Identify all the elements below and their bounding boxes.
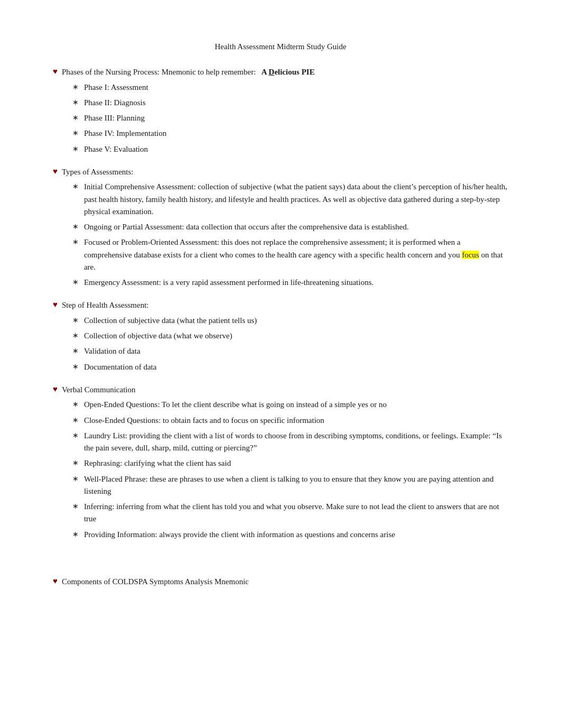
star-icon: ∗ [72, 278, 79, 287]
star-icon: ∗ [72, 331, 79, 340]
star-icon: ∗ [72, 431, 79, 440]
section-types-assessments: ♥ Types of Assessments: ∗ Initial Compre… [53, 166, 508, 292]
step-validation: Validation of data [84, 345, 508, 357]
phase-implementation: Phase IV: Implementation [84, 127, 508, 140]
rephrasing: Rephrasing: clarifying what the client h… [84, 457, 508, 469]
focus-highlight: focus [462, 251, 479, 259]
coldspa-content: Components of COLDSPA Symptoms Analysis … [62, 576, 508, 588]
phases-sub-list: ∗ Phase I: Assessment ∗ Phase II: Diagno… [72, 81, 508, 155]
section-1-label: Phases of the Nursing Process: Mnemonic … [62, 68, 315, 76]
section-4-content: Verbal Communication ∗ Open-Ended Questi… [62, 384, 508, 544]
list-item: ∗ Ongoing or Partial Assessment: data co… [72, 221, 508, 233]
providing-information: Providing Information: always provide th… [84, 529, 508, 541]
inferring: Inferring: inferring from what the clien… [84, 501, 508, 526]
list-item: ∗ Phase V: Evaluation [72, 143, 508, 155]
initial-comprehensive: Initial Comprehensive Assessment: collec… [84, 181, 508, 218]
pie-text: PIE [302, 68, 315, 76]
list-item: ∗ Rephrasing: clarifying what the client… [72, 457, 508, 469]
heart-icon-4: ♥ [53, 385, 58, 394]
list-item: ∗ Collection of subjective data (what th… [72, 315, 508, 327]
star-icon: ∗ [72, 82, 79, 91]
star-icon: ∗ [72, 316, 79, 325]
list-item: ∗ Initial Comprehensive Assessment: coll… [72, 181, 508, 218]
list-item: ∗ Phase III: Planning [72, 112, 508, 124]
main-list: ♥ Phases of the Nursing Process: Mnemoni… [53, 66, 508, 544]
star-icon: ∗ [72, 98, 79, 107]
assessments-sub-list: ∗ Initial Comprehensive Assessment: coll… [72, 181, 508, 289]
list-item: ∗ Documentation of data [72, 361, 508, 373]
open-ended: Open-Ended Questions: To let the client … [84, 399, 508, 411]
list-item: ∗ Close-Ended Questions: to obtain facts… [72, 414, 508, 427]
star-icon: ∗ [72, 400, 79, 409]
bottom-section: ♥ Components of COLDSPA Symptoms Analysi… [53, 576, 508, 588]
star-icon: ∗ [72, 182, 79, 191]
star-icon: ∗ [72, 128, 79, 137]
bottom-main-list: ♥ Components of COLDSPA Symptoms Analysi… [53, 576, 508, 588]
star-icon: ∗ [72, 346, 79, 355]
step-subjective: Collection of subjective data (what the … [84, 315, 508, 327]
star-icon: ∗ [72, 362, 79, 371]
star-icon: ∗ [72, 474, 79, 483]
page-container: Health Assessment Midterm Study Guide ♥ … [0, 0, 561, 728]
list-item: ∗ Emergency Assessment: is a very rapid … [72, 277, 508, 289]
list-item: ∗ Open-Ended Questions: To let the clien… [72, 399, 508, 411]
mnemonic-bold: A Delicious PIE [260, 68, 315, 76]
list-item: ∗ Phase I: Assessment [72, 81, 508, 94]
heart-icon-3: ♥ [53, 300, 58, 309]
star-icon: ∗ [72, 144, 79, 153]
star-icon: ∗ [72, 530, 79, 539]
ongoing-partial: Ongoing or Partial Assessment: data coll… [84, 221, 508, 233]
star-icon: ∗ [72, 222, 79, 231]
steps-sub-list: ∗ Collection of subjective data (what th… [72, 315, 508, 373]
verbal-sub-list: ∗ Open-Ended Questions: To let the clien… [72, 399, 508, 541]
well-placed-phrase: Well-Placed Phrase: these are phrases to… [84, 473, 508, 498]
list-item: ∗ Focused or Problem-Oriented Assessment… [72, 236, 508, 273]
section-2-label: Types of Assessments: [62, 168, 134, 176]
star-icon: ∗ [72, 113, 79, 122]
phase-evaluation: Phase V: Evaluation [84, 143, 508, 155]
section-3-label: Step of Health Assessment: [62, 301, 149, 309]
section-coldspa: ♥ Components of COLDSPA Symptoms Analysi… [53, 576, 508, 588]
star-icon: ∗ [72, 458, 79, 467]
section-phases-nursing: ♥ Phases of the Nursing Process: Mnemoni… [53, 66, 508, 159]
heart-icon-2: ♥ [53, 167, 58, 176]
focused-problem: Focused or Problem-Oriented Assessment: … [84, 236, 508, 273]
list-item: ∗ Inferring: inferring from what the cli… [72, 501, 508, 526]
list-item: ∗ Providing Information: always provide … [72, 529, 508, 541]
emergency-assessment: Emergency Assessment: is a very rapid as… [84, 277, 508, 289]
step-documentation: Documentation of data [84, 361, 508, 373]
close-ended: Close-Ended Questions: to obtain facts a… [84, 414, 508, 427]
list-item: ∗ Laundry List: providing the client wit… [72, 430, 508, 455]
phase-diagnosis: Phase II: Diagnosis [84, 97, 508, 109]
step-objective: Collection of objective data (what we ob… [84, 330, 508, 342]
section-4-label: Verbal Communication [62, 385, 136, 394]
coldspa-label: Components of COLDSPA Symptoms Analysis … [62, 577, 249, 586]
section-1-content: Phases of the Nursing Process: Mnemonic … [62, 66, 508, 159]
star-icon: ∗ [72, 416, 79, 425]
heart-icon-5: ♥ [53, 577, 58, 586]
page-title: Health Assessment Midterm Study Guide [53, 42, 508, 51]
list-item: ∗ Well-Placed Phrase: these are phrases … [72, 473, 508, 498]
section-verbal-communication: ♥ Verbal Communication ∗ Open-Ended Ques… [53, 384, 508, 544]
list-item: ∗ Phase II: Diagnosis [72, 97, 508, 109]
section-3-content: Step of Health Assessment: ∗ Collection … [62, 299, 508, 376]
section-2-content: Types of Assessments: ∗ Initial Comprehe… [62, 166, 508, 292]
star-icon: ∗ [72, 502, 79, 511]
list-item: ∗ Collection of objective data (what we … [72, 330, 508, 342]
phase-planning: Phase III: Planning [84, 112, 508, 124]
list-item: ∗ Validation of data [72, 345, 508, 357]
list-item: ∗ Phase IV: Implementation [72, 127, 508, 140]
laundry-list: Laundry List: providing the client with … [84, 430, 508, 455]
section-step-health: ♥ Step of Health Assessment: ∗ Collectio… [53, 299, 508, 376]
heart-icon-1: ♥ [53, 67, 58, 76]
star-icon: ∗ [72, 237, 79, 246]
phase-assessment: Phase I: Assessment [84, 81, 508, 94]
